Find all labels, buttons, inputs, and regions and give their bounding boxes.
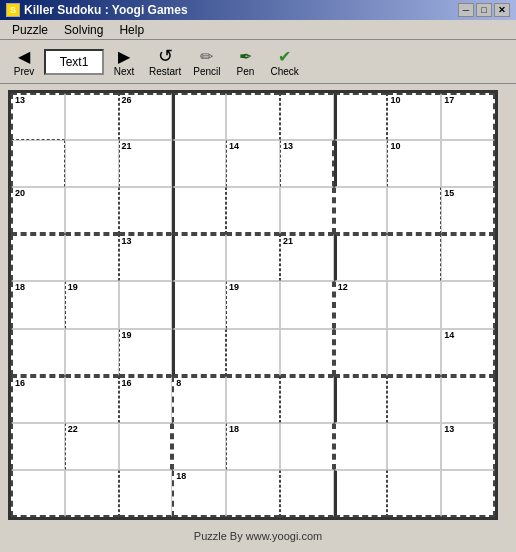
- table-row[interactable]: [11, 234, 65, 281]
- table-row[interactable]: 15: [441, 187, 495, 234]
- table-row[interactable]: [387, 281, 441, 328]
- table-row[interactable]: [226, 376, 280, 423]
- pen-button[interactable]: Pen: [227, 43, 263, 81]
- table-row[interactable]: [387, 329, 441, 376]
- table-row[interactable]: [65, 93, 119, 140]
- table-row[interactable]: 19: [226, 281, 280, 328]
- table-row[interactable]: [280, 470, 334, 517]
- table-row[interactable]: [334, 376, 388, 423]
- table-row[interactable]: 16: [119, 376, 173, 423]
- cage-sum-label: 17: [444, 96, 454, 105]
- table-row[interactable]: [441, 234, 495, 281]
- table-row[interactable]: [226, 234, 280, 281]
- table-row[interactable]: [65, 376, 119, 423]
- table-row[interactable]: 12: [334, 281, 388, 328]
- table-row[interactable]: [119, 470, 173, 517]
- table-row[interactable]: [280, 423, 334, 470]
- cage-sum-label: 13: [444, 425, 454, 434]
- cage-sum-label: 8: [176, 379, 181, 388]
- table-row[interactable]: [119, 187, 173, 234]
- table-row[interactable]: [441, 470, 495, 517]
- table-row[interactable]: [280, 93, 334, 140]
- table-row[interactable]: [119, 281, 173, 328]
- close-button[interactable]: ✕: [494, 3, 510, 17]
- menu-help[interactable]: Help: [111, 21, 152, 39]
- table-row[interactable]: [226, 329, 280, 376]
- table-row[interactable]: [387, 423, 441, 470]
- table-row[interactable]: [387, 376, 441, 423]
- table-row[interactable]: [441, 376, 495, 423]
- table-row[interactable]: [441, 140, 495, 187]
- table-row[interactable]: 19: [119, 329, 173, 376]
- puzzle-name-input[interactable]: [44, 49, 104, 75]
- maximize-button[interactable]: □: [476, 3, 492, 17]
- table-row[interactable]: [65, 329, 119, 376]
- menu-solving[interactable]: Solving: [56, 21, 111, 39]
- table-row[interactable]: [11, 329, 65, 376]
- table-row[interactable]: [172, 423, 226, 470]
- table-row[interactable]: [334, 93, 388, 140]
- table-row[interactable]: [65, 187, 119, 234]
- table-row[interactable]: [387, 187, 441, 234]
- table-row[interactable]: [334, 187, 388, 234]
- table-row[interactable]: [172, 329, 226, 376]
- table-row[interactable]: 18: [11, 281, 65, 328]
- prev-button[interactable]: Prev: [6, 43, 42, 81]
- pencil-button[interactable]: Pencil: [188, 43, 225, 81]
- table-row[interactable]: 21: [280, 234, 334, 281]
- table-row[interactable]: [226, 93, 280, 140]
- minimize-button[interactable]: ─: [458, 3, 474, 17]
- table-row[interactable]: [387, 234, 441, 281]
- footer: Puzzle By www.yoogi.com: [0, 526, 516, 546]
- table-row[interactable]: [334, 329, 388, 376]
- table-row[interactable]: [119, 423, 173, 470]
- table-row[interactable]: [334, 140, 388, 187]
- table-row[interactable]: [334, 423, 388, 470]
- table-row[interactable]: 13: [280, 140, 334, 187]
- table-row[interactable]: 18: [226, 423, 280, 470]
- cage-sum-label: 21: [122, 142, 132, 151]
- table-row[interactable]: 20: [11, 187, 65, 234]
- table-row[interactable]: [280, 329, 334, 376]
- table-row[interactable]: [11, 423, 65, 470]
- table-row[interactable]: 26: [119, 93, 173, 140]
- check-label: Check: [270, 66, 298, 77]
- table-row[interactable]: [65, 140, 119, 187]
- table-row[interactable]: [172, 281, 226, 328]
- table-row[interactable]: [387, 470, 441, 517]
- table-row[interactable]: [280, 376, 334, 423]
- check-button[interactable]: Check: [265, 43, 303, 81]
- table-row[interactable]: 13: [11, 93, 65, 140]
- table-row[interactable]: [65, 234, 119, 281]
- table-row[interactable]: [11, 140, 65, 187]
- table-row[interactable]: [441, 281, 495, 328]
- menu-puzzle[interactable]: Puzzle: [4, 21, 56, 39]
- table-row[interactable]: [11, 470, 65, 517]
- table-row[interactable]: [65, 470, 119, 517]
- table-row[interactable]: 21: [119, 140, 173, 187]
- table-row[interactable]: 19: [65, 281, 119, 328]
- table-row[interactable]: 18: [172, 470, 226, 517]
- table-row[interactable]: [226, 187, 280, 234]
- table-row[interactable]: [334, 470, 388, 517]
- table-row[interactable]: 16: [11, 376, 65, 423]
- table-row[interactable]: [280, 187, 334, 234]
- table-row[interactable]: 10: [387, 93, 441, 140]
- table-row[interactable]: [172, 187, 226, 234]
- next-button[interactable]: Next: [106, 43, 142, 81]
- table-row[interactable]: [172, 93, 226, 140]
- table-row[interactable]: [172, 234, 226, 281]
- table-row[interactable]: [226, 470, 280, 517]
- table-row[interactable]: [280, 281, 334, 328]
- table-row[interactable]: 13: [441, 423, 495, 470]
- table-row[interactable]: 22: [65, 423, 119, 470]
- table-row[interactable]: 14: [226, 140, 280, 187]
- table-row[interactable]: 14: [441, 329, 495, 376]
- table-row[interactable]: 17: [441, 93, 495, 140]
- table-row[interactable]: 13: [119, 234, 173, 281]
- table-row[interactable]: [172, 140, 226, 187]
- table-row[interactable]: 10: [387, 140, 441, 187]
- table-row[interactable]: 8: [172, 376, 226, 423]
- restart-button[interactable]: Restart: [144, 43, 186, 81]
- table-row[interactable]: [334, 234, 388, 281]
